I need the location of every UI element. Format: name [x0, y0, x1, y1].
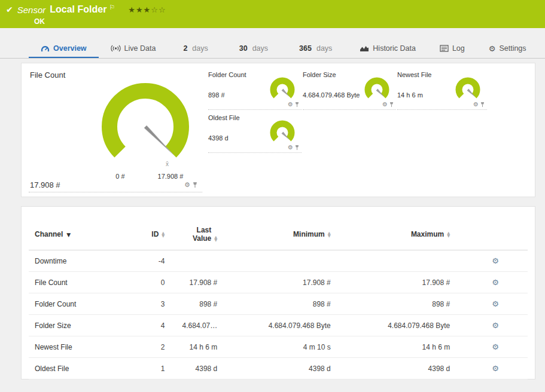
channel-name[interactable]: Newest File	[29, 336, 112, 358]
tab-bar: Overview Live Data 2 days 30 days 365 da…	[0, 40, 545, 59]
tab-log[interactable]: Log	[428, 41, 477, 59]
tab-live-data[interactable]: Live Data	[99, 41, 168, 59]
gauge-settings-icon[interactable]: ⚙	[288, 102, 293, 108]
tab-30-days[interactable]: 30 days	[224, 41, 284, 59]
tab-label: Settings	[499, 44, 526, 53]
newest-file-gauge	[452, 76, 483, 102]
sort-arrows-icon: ▲▼	[328, 232, 331, 238]
channels-panel: Channel▼ ID▲▼ Last Value▲▼ Minimum▲▼ Max…	[21, 206, 535, 379]
tab-label: days	[252, 44, 268, 53]
status-badge: OK	[34, 17, 539, 26]
gauge-pin-icon[interactable]	[480, 102, 485, 108]
channel-last-value: 4.684.07…	[167, 315, 220, 336]
primary-gauge-block: File Count x̄ 0 # 17.908 # 17.908 # ⚙	[29, 71, 202, 192]
gauge-settings-icon[interactable]: ⚙	[382, 102, 388, 108]
file-count-gauge: x̄	[89, 78, 202, 172]
channel-name[interactable]: Downtime	[29, 250, 112, 272]
sensor-page: ✔ Sensor Local Folder ⚐ ★★★☆☆ OK Overvie…	[0, 0, 545, 392]
column-header-last-value[interactable]: Last Value▲▼	[167, 223, 220, 250]
sort-arrows-icon: ▲▼	[162, 232, 165, 238]
column-header-maximum[interactable]: Maximum▲▼	[333, 223, 452, 250]
stars-filled: ★★★	[128, 5, 151, 14]
settings-gear-icon: ⚙	[489, 45, 496, 53]
tab-settings[interactable]: ⚙ Settings	[477, 41, 538, 59]
tab-day-number: 30	[239, 44, 248, 53]
mini-gauge-newest-file: Newest File 14 h 6 m ⚙	[397, 71, 487, 110]
gauge-settings-icon[interactable]: ⚙	[288, 145, 293, 151]
channel-settings-icon[interactable]: ⚙	[492, 364, 499, 373]
tab-historic-data[interactable]: Historic Data	[348, 41, 428, 59]
gauge-pin-icon[interactable]	[295, 145, 299, 151]
stars-empty: ☆☆	[151, 5, 166, 14]
channel-maximum: 14 h 6 m	[333, 336, 452, 358]
table-row: Folder Count 3 898 # 898 # 898 # ⚙	[29, 293, 528, 315]
primary-gauge-value: 17.908 #	[30, 180, 60, 189]
folder-count-gauge	[267, 76, 298, 102]
gauge-pin-icon[interactable]	[389, 102, 394, 108]
channel-name[interactable]: File Count	[29, 272, 112, 293]
channel-name[interactable]: Folder Size	[29, 315, 112, 336]
mini-gauge-value: 14 h 6 m	[397, 91, 423, 99]
live-data-icon	[111, 45, 121, 52]
channel-maximum: 17.908 #	[333, 272, 452, 293]
channel-maximum: 4.684.079.468 Byte	[333, 315, 452, 336]
sensor-title: Local Folder	[50, 4, 106, 15]
historic-data-icon	[360, 45, 369, 52]
sort-arrows-icon: ▲▼	[447, 232, 450, 238]
table-row: Newest File 2 14 h 6 m 4 m 10 s 14 h 6 m…	[29, 336, 528, 358]
channel-last-value: 14 h 6 m	[167, 336, 220, 358]
tab-2-days[interactable]: 2 days	[168, 41, 223, 59]
mini-gauge-actions: ⚙	[382, 102, 394, 108]
channel-settings-icon[interactable]: ⚙	[492, 342, 499, 351]
channel-settings-icon[interactable]: ⚙	[492, 321, 499, 330]
column-header-actions	[452, 223, 528, 250]
channel-settings-icon[interactable]: ⚙	[492, 299, 499, 308]
mini-gauge-oldest-file: Oldest File 4398 d ⚙	[208, 114, 302, 153]
channel-last-value	[167, 250, 220, 272]
channel-minimum: 4398 d	[220, 358, 333, 379]
log-icon	[440, 45, 449, 52]
tab-day-number: 2	[183, 44, 187, 53]
gauge-pin-icon[interactable]	[295, 102, 299, 108]
column-header-channel[interactable]: Channel▼	[29, 223, 112, 250]
channels-table: Channel▼ ID▲▼ Last Value▲▼ Minimum▲▼ Max…	[29, 223, 528, 379]
tab-label: days	[316, 44, 332, 53]
column-header-id[interactable]: ID▲▼	[112, 223, 168, 250]
mini-gauge-value: 898 #	[208, 91, 225, 99]
tab-365-days[interactable]: 365 days	[284, 41, 348, 59]
channel-minimum: 17.908 #	[220, 272, 333, 293]
table-row: Folder Size 4 4.684.07… 4.684.079.468 By…	[29, 315, 528, 336]
channel-minimum: 4.684.079.468 Byte	[220, 315, 333, 336]
gauge-scale-min: 0 #	[102, 173, 138, 180]
mini-gauge-actions: ⚙	[473, 102, 485, 108]
column-header-minimum[interactable]: Minimum▲▼	[220, 223, 333, 250]
table-row: Downtime -4 ⚙	[29, 250, 528, 272]
object-kind-label: Sensor	[17, 5, 46, 15]
mini-gauge-folder-count: Folder Count 898 # ⚙	[208, 71, 302, 110]
gauges-panel: File Count x̄ 0 # 17.908 # 17.908 # ⚙ Fo…	[21, 63, 535, 197]
gauge-settings-icon[interactable]: ⚙	[473, 102, 479, 108]
oldest-file-gauge	[267, 120, 298, 145]
primary-gauge-actions: ⚙	[184, 182, 197, 188]
tab-label: Overview	[53, 44, 87, 53]
mini-gauge-actions: ⚙	[288, 145, 299, 151]
tab-label: Historic Data	[373, 44, 416, 53]
priority-stars[interactable]: ★★★☆☆	[128, 5, 166, 14]
channel-minimum: 898 #	[220, 293, 333, 315]
channel-id: -4	[112, 250, 168, 272]
gauge-settings-icon[interactable]: ⚙	[184, 182, 190, 188]
channel-minimum	[220, 250, 333, 272]
primary-gauge-label: File Count	[30, 71, 65, 79]
channel-settings-icon[interactable]: ⚙	[492, 256, 499, 265]
flag-icon[interactable]: ⚐	[109, 4, 115, 11]
tab-label: Live Data	[124, 44, 156, 53]
tab-overview[interactable]: Overview	[29, 41, 99, 59]
sensor-header: ✔ Sensor Local Folder ⚐ ★★★☆☆ OK	[0, 0, 545, 28]
folder-size-gauge	[361, 76, 392, 102]
channel-name[interactable]: Folder Count	[29, 293, 112, 315]
gauge-pin-icon[interactable]	[193, 182, 197, 188]
channel-maximum: 4398 d	[333, 358, 452, 379]
channel-name[interactable]: Oldest File	[29, 358, 112, 379]
channel-settings-icon[interactable]: ⚙	[492, 278, 499, 287]
channel-last-value: 898 #	[167, 293, 220, 315]
